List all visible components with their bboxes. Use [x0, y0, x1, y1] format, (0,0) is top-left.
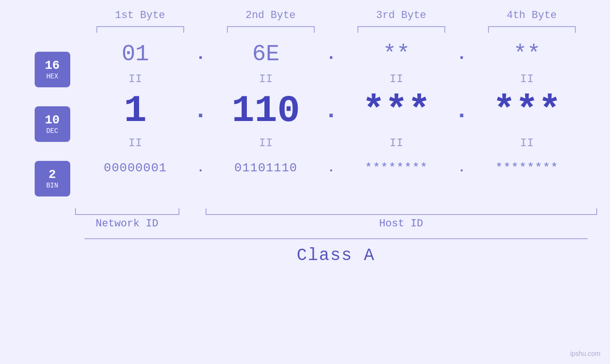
eq1-b3: II: [344, 71, 449, 87]
bracket-top-4: [488, 26, 576, 33]
bin-dot-1: .: [188, 151, 214, 185]
bin-badge-num: 2: [48, 168, 56, 182]
dec-dot-1: .: [188, 87, 214, 135]
hex-badge: 16 HEX: [35, 52, 70, 87]
dec-b4: ***: [475, 87, 579, 135]
content-area: 16 HEX 10 DEC 2 BIN 01 . 6E . ** . **: [0, 37, 610, 206]
hex-b4: **: [475, 37, 579, 71]
data-grid: 01 . 6E . ** . ** II II II II 1 .: [83, 37, 610, 206]
hex-badge-num: 16: [45, 59, 59, 73]
bin-b2: 01101110: [214, 151, 318, 185]
hex-b1: 01: [83, 37, 188, 71]
top-brackets: [75, 26, 597, 33]
dec-b3: ***: [344, 87, 449, 135]
bracket-bottom-host: [206, 208, 597, 215]
byte-header-1: 1st Byte: [88, 9, 192, 21]
hex-b3: **: [344, 37, 449, 71]
eq2-b2: II: [214, 135, 318, 151]
eq-row-1: II II II II: [83, 71, 610, 87]
dec-badge-label: DEC: [46, 127, 58, 135]
bracket-bottom-network: [75, 208, 179, 215]
bracket-top-3: [357, 26, 445, 33]
dec-dot-2: .: [318, 87, 344, 135]
eq1-b4: II: [475, 71, 579, 87]
bracket-top-1: [96, 26, 184, 33]
class-section: Class A: [84, 238, 588, 265]
byte-header-2: 2nd Byte: [218, 9, 323, 21]
hex-badge-label: HEX: [46, 73, 58, 80]
bin-row: 00000001 . 01101110 . ******** . *******…: [83, 151, 610, 185]
bin-b3: ********: [344, 151, 449, 185]
hex-dot-2: .: [318, 45, 344, 64]
hex-b2: 6E: [214, 37, 318, 71]
main-container: 1st Byte 2nd Byte 3rd Byte 4th Byte 16 H…: [0, 0, 610, 364]
eq1-b2: II: [214, 71, 318, 87]
bin-b1: 00000001: [83, 151, 188, 185]
byte-headers-row: 1st Byte 2nd Byte 3rd Byte 4th Byte: [75, 9, 597, 21]
hex-row: 01 . 6E . ** . **: [83, 37, 610, 71]
bracket-top-2: [227, 26, 315, 33]
dec-badge: 10 DEC: [35, 106, 70, 142]
byte-header-3: 3rd Byte: [349, 9, 453, 21]
network-id-label: Network ID: [75, 218, 179, 230]
host-id-label: Host ID: [206, 218, 597, 230]
dec-dot-3: .: [449, 87, 475, 135]
id-labels-row: Network ID Host ID: [75, 218, 597, 230]
eq2-b1: II: [83, 135, 188, 151]
badge-column: 16 HEX 10 DEC 2 BIN: [21, 37, 83, 206]
eq2-b3: II: [344, 135, 449, 151]
class-a-label: Class A: [297, 246, 375, 265]
eq2-b4: II: [475, 135, 579, 151]
eq-row-2: II II II II: [83, 135, 610, 151]
bin-b4: ********: [475, 151, 579, 185]
hex-dot-1: .: [188, 45, 214, 64]
bottom-brackets: [75, 208, 597, 215]
hex-dot-3: .: [449, 45, 475, 64]
dec-b1: 1: [83, 87, 188, 135]
bin-dot-3: .: [449, 151, 475, 185]
bottom-section: Network ID Host ID: [75, 208, 597, 230]
dec-b2: 110: [214, 87, 318, 135]
bin-dot-2: .: [318, 151, 344, 185]
dec-badge-num: 10: [45, 113, 59, 127]
bin-badge: 2 BIN: [35, 161, 70, 196]
eq1-b1: II: [83, 71, 188, 87]
byte-header-4: 4th Byte: [479, 9, 584, 21]
watermark: ipshu.com: [570, 350, 601, 357]
bin-badge-label: BIN: [46, 182, 58, 189]
dec-row: 1 . 110 . *** . ***: [83, 87, 610, 135]
